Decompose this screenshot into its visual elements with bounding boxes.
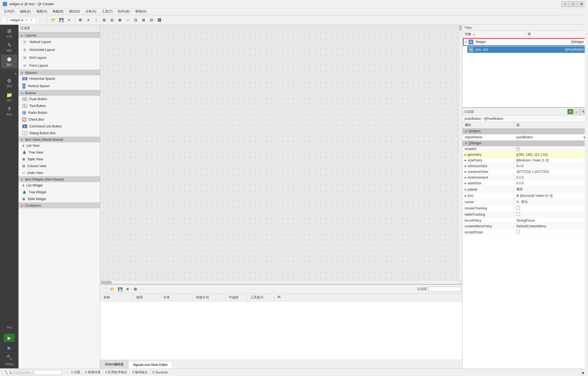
menu-item-tools[interactable]: 工具(T) [99, 8, 115, 15]
acceptdrops-checkbox[interactable] [516, 230, 520, 234]
prop-value-objectname[interactable]: pushButton ■ [514, 134, 588, 140]
category-spacers[interactable]: ▼ Spacers [19, 70, 100, 75]
object-expand-arrow[interactable]: ▼ [465, 41, 468, 44]
prop-value-enabled[interactable]: ✓ [514, 146, 588, 152]
action-delete-button[interactable]: ✕ [124, 286, 131, 293]
widget-item-command-link-button[interactable]: ▶ Command Link Button [19, 123, 100, 130]
prop-add-button[interactable]: + [567, 109, 573, 114]
widget-item-push-button[interactable]: OK Push Button [19, 96, 100, 103]
prop-value-tablettracking[interactable] [514, 212, 588, 218]
prop-arrow-font[interactable]: ▶ [465, 194, 467, 197]
status-item-5[interactable]: 5 Terminal [150, 371, 170, 374]
prop-arrow-minimumsize[interactable]: ▶ [465, 165, 467, 167]
prop-arrow-palette[interactable]: ▶ [465, 188, 467, 191]
widget-item-list-view[interactable]: ≡ List View [19, 142, 100, 149]
signals-button[interactable]: ⊟ [148, 16, 155, 23]
widget-item-tree-widget[interactable]: 🌲 Tree Widget [19, 189, 100, 196]
layout-v-button[interactable]: ⋮ [93, 16, 100, 23]
bottom-filter-input[interactable] [428, 287, 461, 292]
status-item-3[interactable]: 3 应用程序输出 [103, 370, 130, 375]
layout-form-button[interactable]: ⊟ [108, 16, 115, 23]
sidebar-build-button[interactable]: 🔨 [4, 353, 15, 362]
widget-item-column-view[interactable]: ⊟ Column View [19, 163, 100, 170]
widget-item-radio-button[interactable]: Radio Button [19, 109, 100, 116]
widget-item-table-view[interactable]: ⊞ Table View [19, 156, 100, 163]
inspector-sort-icon[interactable]: ▲ [473, 33, 475, 36]
widget-item-form-layout[interactable]: ⊟ Form Layout [19, 62, 100, 70]
adjust-size-button[interactable]: ↔ [124, 16, 131, 23]
prop-remove-button[interactable]: – [574, 109, 580, 114]
widget-item-vertical-spacer[interactable]: Vertical Spacer [19, 82, 100, 90]
save-button[interactable]: 💾 [58, 16, 65, 23]
design-canvas[interactable] [100, 25, 462, 284]
prop-arrow-sizeincrement[interactable]: ▶ [465, 176, 467, 179]
widget-item-check-box[interactable]: ✓ Check Box [19, 116, 100, 123]
action-table-body[interactable] [100, 301, 462, 360]
action-save-button[interactable]: 💾 [117, 286, 124, 293]
category-item-views[interactable]: ▼ Item Views (Model-Based) [19, 137, 100, 142]
prop-arrow-sizepolicy[interactable]: ▶ [465, 159, 467, 162]
category-containers[interactable]: ▼ Containers [19, 203, 100, 208]
widget-item-grid-layout[interactable]: ⊞ Grid Layout [19, 54, 100, 62]
mousetracking-checkbox[interactable] [516, 206, 520, 210]
prop-value-contextmenupolicy[interactable]: DefaultContextMenu [514, 224, 588, 229]
menu-item-debug[interactable]: 调试(D) [66, 8, 83, 15]
menu-item-file[interactable]: 文件(F) [1, 8, 17, 15]
prop-value-acceptdrops[interactable] [514, 229, 588, 235]
prop-value-minimumsize[interactable]: 0 x 0 [514, 163, 588, 169]
action-new-button[interactable]: 📄 [101, 286, 108, 293]
action-settings-button[interactable]: ⚙ [132, 286, 139, 293]
menu-item-edit[interactable]: 编辑(E) [17, 8, 33, 15]
sidebar-item-debug[interactable]: ⚙ 调试 [1, 76, 17, 90]
prop-value-focuspolicy[interactable]: StrongFocus [514, 218, 588, 223]
menu-item-build[interactable]: 构建(B) [50, 8, 66, 15]
tab-signals-slots-editor[interactable]: Signals and Slots Editor [128, 361, 172, 368]
sidebar-item-test[interactable]: test [1, 322, 17, 333]
category-layouts[interactable]: ▼ Layouts [19, 32, 100, 38]
sidebar-item-welcome[interactable]: ⊞ 欢迎 [1, 26, 17, 40]
sidebar-item-project[interactable]: 📁 项目 [1, 90, 17, 104]
prop-value-palette[interactable]: 继承 [514, 186, 588, 192]
prop-value-mousetracking[interactable] [514, 205, 588, 211]
buddy-button[interactable]: ⊞ [140, 16, 147, 23]
layout-h-button[interactable]: ≡ [85, 16, 92, 23]
prop-arrow-basesize[interactable]: ▶ [465, 182, 467, 185]
prop-value-sizeincrement[interactable]: 0 x 0 [514, 175, 588, 180]
prop-group-arrow-qobject[interactable]: ▼ [465, 130, 467, 133]
widget-item-list-widget[interactable]: ≡ List Widget [19, 182, 100, 189]
new-file-button[interactable]: 📄 [42, 16, 49, 23]
canvas-vscrollbar[interactable] [458, 25, 462, 280]
sidebar-item-debug-expand[interactable]: ▶ [15, 71, 17, 76]
tablettracking-checkbox[interactable] [516, 212, 520, 216]
prop-arrow-maximumsize[interactable]: ▶ [465, 170, 467, 173]
tab-order-button[interactable]: ⊡ [132, 16, 139, 23]
close-file-button[interactable]: ✕ [66, 16, 73, 23]
menu-item-controls[interactable]: 控件(W) [115, 8, 132, 15]
canvas-hscrollbar[interactable] [100, 280, 458, 284]
prop-group-arrow-qwidget[interactable]: ▼ [465, 142, 467, 145]
widget-item-undo-view[interactable]: ↩ Undo View [19, 170, 100, 176]
widget-item-vertical-layout[interactable]: ⊟ Vertical Layout [19, 38, 100, 46]
widget-item-horizontal-spacer[interactable]: Horizontal Spacer [19, 75, 100, 82]
object-row-widget[interactable]: ▼ W Widget QWidget [463, 38, 587, 46]
widget-item-horizontal-layout[interactable]: ⊞ Horizontal Layout [19, 46, 100, 54]
menu-item-view[interactable]: 视图(V) [33, 8, 50, 15]
close-button[interactable]: ✕ [578, 1, 585, 7]
widget-item-dialog-button-box[interactable]: ✕ Dialog Button Box [19, 130, 100, 137]
resources-button[interactable]: 🖼 [156, 16, 163, 23]
prop-value-sizepolicy[interactable]: [Minimum, Fixed, 0, 0] [514, 158, 588, 163]
layout-grid-button[interactable]: ⊞ [100, 16, 108, 23]
action-open-button[interactable]: 📂 [109, 286, 116, 293]
category-item-widgets[interactable]: ▼ Item Widgets (Item-Based) [19, 176, 100, 182]
sidebar-debug-run-button[interactable]: ▶ [4, 344, 15, 352]
prop-value-font[interactable]: A [Microsoft YaHei UI, 9] [514, 193, 588, 198]
enabled-checkbox[interactable]: ✓ [516, 147, 520, 151]
tab-action-editor[interactable]: Action编辑器 [100, 360, 128, 368]
sidebar-item-help[interactable]: ? 帮助 [1, 105, 17, 118]
prop-value-cursor[interactable]: ↖ 箭头 [514, 199, 588, 205]
widget-item-table-widget[interactable]: ⊞ Table Widget [19, 196, 100, 203]
sidebar-item-edit[interactable]: ✎ 编辑 [1, 41, 17, 54]
category-buttons[interactable]: ▼ Buttons [19, 90, 100, 96]
widget-item-tool-button[interactable]: 🔧 Tool Button [19, 103, 100, 109]
sidebar-run-button[interactable]: ▶ [4, 334, 15, 342]
